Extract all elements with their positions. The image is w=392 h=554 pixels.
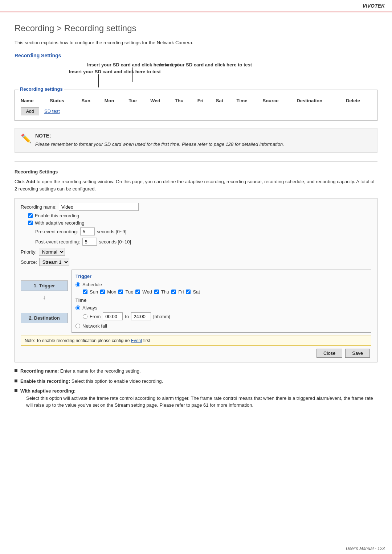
day-mon-label: Mon xyxy=(107,289,116,295)
day-fri-label: Fri xyxy=(178,289,184,295)
recording-name-label: Recording name: xyxy=(21,204,57,210)
adaptive-recording-checkbox[interactable] xyxy=(28,221,33,225)
to-label: to xyxy=(125,314,129,319)
note-title: NOTE: xyxy=(35,133,284,139)
pre-event-label: Pre-event recording: xyxy=(35,229,78,234)
page-title: Recording > Recording settings xyxy=(15,23,377,33)
sd-test-link[interactable]: SD test xyxy=(44,108,60,114)
adaptive-recording-label: With adaptive recording xyxy=(35,220,85,226)
enable-recording-checkbox[interactable] xyxy=(28,213,33,218)
add-button[interactable]: Add xyxy=(21,107,39,115)
trigger-title: Trigger xyxy=(75,274,367,279)
day-sat-checkbox[interactable] xyxy=(186,290,191,294)
enable-recording-label: Enable this recording xyxy=(35,213,79,218)
col-fri: Fri xyxy=(195,97,213,105)
enable-recording-row: Enable this recording xyxy=(28,213,371,218)
col-source: Source xyxy=(260,97,294,105)
recording-settings-body-heading: Recording Settings xyxy=(15,169,377,175)
bullet-item-1: Recording name: Enter a name for the rec… xyxy=(15,368,377,375)
source-select[interactable]: Stream 1 xyxy=(39,258,69,266)
footer-text: User's Manual - 123 xyxy=(346,546,385,551)
note-icon: ✏️ xyxy=(21,134,32,144)
network-fail-row: Network fail xyxy=(75,323,367,329)
from-time-input[interactable] xyxy=(103,312,123,320)
trigger-step-label: 1. Trigger xyxy=(34,283,55,288)
pre-event-input[interactable] xyxy=(80,227,95,235)
bullet-text-3: With adaptive recording: Select this opt… xyxy=(20,387,377,409)
day-thu-checkbox[interactable] xyxy=(154,290,159,294)
pre-event-suffix: seconds [0~9] xyxy=(97,229,126,234)
col-time: Time xyxy=(233,97,260,105)
days-row: Sun Mon Tue Wed Thu Fri Sat xyxy=(83,289,367,295)
note-bottom: Note: To enable recording notification p… xyxy=(21,336,371,346)
from-to-row: From to [hh:mm] xyxy=(83,312,367,320)
post-event-label: Post-event recording: xyxy=(35,239,80,245)
note-box: ✏️ NOTE: Please remember to format your … xyxy=(15,128,377,153)
schedule-label: Schedule xyxy=(82,282,102,287)
col-name: Name xyxy=(18,97,47,105)
always-row: Always xyxy=(75,305,367,311)
bullet-icon-3 xyxy=(15,389,17,392)
col-thu: Thu xyxy=(172,97,195,105)
always-radio[interactable] xyxy=(75,305,80,310)
bullet-item-2: Enable this recording: Select this optio… xyxy=(15,378,377,385)
note-bottom-text: Note: To enable recording notification p… xyxy=(25,338,130,343)
col-status: Status xyxy=(47,97,78,105)
save-button[interactable]: Save xyxy=(345,349,370,358)
source-row: Source: Stream 1 xyxy=(21,258,371,266)
from-label: From xyxy=(90,314,101,319)
day-tue-checkbox[interactable] xyxy=(118,290,123,294)
pre-event-row: Pre-event recording: seconds [0~9] xyxy=(35,227,371,235)
col-tue: Tue xyxy=(126,97,148,105)
time-section-label: Time xyxy=(75,297,367,303)
day-fri-checkbox[interactable] xyxy=(171,290,176,294)
day-mon-checkbox[interactable] xyxy=(100,290,105,294)
day-sat-label: Sat xyxy=(193,289,200,295)
col-delete: Delete xyxy=(343,97,374,105)
day-wed-label: Wed xyxy=(142,289,152,295)
recording-settings-box: Recording settings Name Status Sun Mon T… xyxy=(15,90,377,121)
step-arrow-down: ↓ xyxy=(43,294,46,301)
network-fail-radio[interactable] xyxy=(75,324,80,328)
bullet-icon-1 xyxy=(15,369,17,372)
bullet-text-1: Recording name: Enter a name for the rec… xyxy=(20,368,141,375)
trigger-step-box[interactable]: 1. Trigger xyxy=(21,280,68,291)
from-radio[interactable] xyxy=(83,314,87,319)
col-mon: Mon xyxy=(102,97,126,105)
top-bar: VIVOTEK xyxy=(0,0,392,12)
event-link[interactable]: Event xyxy=(131,338,142,343)
adaptive-recording-row: With adaptive recording xyxy=(28,220,371,226)
destination-step-label: 2. Destination xyxy=(29,315,60,321)
bullet-icon-2 xyxy=(15,379,17,382)
to-time-input[interactable] xyxy=(131,312,151,320)
recording-settings-box-label: Recording settings xyxy=(19,86,64,92)
day-thu-label: Thu xyxy=(161,289,169,295)
note-bottom-after: first xyxy=(143,338,150,343)
priority-row: Priority: Normal xyxy=(21,248,371,256)
destination-step-box[interactable]: 2. Destination xyxy=(21,313,68,323)
bullet-section: Recording name: Enter a name for the rec… xyxy=(15,368,377,409)
col-destination: Destination xyxy=(294,97,343,105)
recording-name-row: Recording name: xyxy=(21,203,371,211)
day-sun-label: Sun xyxy=(90,289,98,295)
source-label: Source: xyxy=(21,259,37,265)
post-event-row: Post-event recording: seconds [0~10] xyxy=(35,238,371,246)
recording-settings-description: Click Add to open the recording setting … xyxy=(15,178,377,193)
trigger-panel: Trigger Schedule Sun Mon Tue Wed xyxy=(72,270,371,333)
post-event-input[interactable] xyxy=(82,238,97,246)
recording-name-input[interactable] xyxy=(59,203,139,211)
table-row-add: Add SD test xyxy=(18,105,374,118)
schedule-radio[interactable] xyxy=(75,282,80,287)
day-wed-checkbox[interactable] xyxy=(135,290,140,294)
network-fail-label: Network fail xyxy=(82,323,107,329)
always-label: Always xyxy=(82,305,97,311)
sd-hint-text2: Insert your SD card and click here to te… xyxy=(160,62,252,67)
close-button[interactable]: Close xyxy=(317,349,342,358)
day-tue-label: Tue xyxy=(125,289,133,295)
hhmm-label: [hh:mm] xyxy=(153,314,170,319)
priority-label: Priority: xyxy=(21,249,37,255)
adaptive-subtext: Select this option will activate the fra… xyxy=(26,395,377,409)
day-sun-checkbox[interactable] xyxy=(83,290,87,294)
priority-select[interactable]: Normal xyxy=(39,248,65,256)
note-text: Please remember to format your SD card w… xyxy=(35,141,284,148)
